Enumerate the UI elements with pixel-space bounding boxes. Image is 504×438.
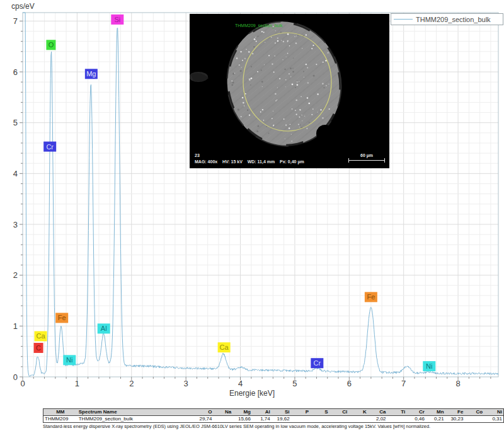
eds-report: cps/eV 01234567801234567CCaOCrFeNiMgAlSi… bbox=[0, 0, 504, 438]
table-cell: THMM209_section_bulk bbox=[77, 416, 194, 423]
peak-label-cr: Cr bbox=[311, 358, 323, 368]
svg-text:Cr: Cr bbox=[46, 143, 54, 151]
table-cell bbox=[464, 416, 484, 423]
table-cell bbox=[310, 416, 329, 423]
peak-label-fe: Fe bbox=[365, 292, 377, 302]
x-tick-label: 1 bbox=[75, 379, 79, 388]
col-header-mm: MM bbox=[43, 409, 77, 416]
table-cell bbox=[214, 416, 233, 423]
peak-label-al: Al bbox=[98, 323, 110, 333]
sem-frame-number: 23 bbox=[195, 153, 200, 158]
sem-scale-bar: 60 µm bbox=[348, 153, 385, 162]
y-tick-label: 3 bbox=[13, 220, 18, 229]
svg-text:Cr: Cr bbox=[314, 359, 321, 367]
peak-label-mg: Mg bbox=[85, 69, 98, 79]
svg-text:Mg: Mg bbox=[86, 70, 96, 78]
table-cell: 1,74 bbox=[252, 416, 272, 423]
col-header-al: Al bbox=[252, 409, 272, 416]
table-cell: 0,21 bbox=[426, 416, 445, 423]
svg-text:Al: Al bbox=[101, 325, 107, 332]
svg-text:Fe: Fe bbox=[58, 314, 66, 321]
y-tick-label: 5 bbox=[13, 118, 18, 127]
sem-particle-image bbox=[190, 14, 389, 168]
table-cell bbox=[348, 416, 368, 423]
sem-scale-label: 60 µm bbox=[348, 153, 385, 158]
y-tick-label: 4 bbox=[13, 169, 18, 178]
results-table-header: MMSpectrum NameONaMgAlSiPSClKCaTiCrMnFeC… bbox=[43, 409, 504, 416]
peak-label-c: C bbox=[34, 343, 43, 353]
x-tick-label: 4 bbox=[238, 379, 243, 388]
y-tick-label: 1 bbox=[13, 321, 18, 331]
x-tick-label: 0 bbox=[20, 379, 25, 388]
peak-label-ca: Ca bbox=[35, 331, 47, 341]
legend-line-swatch bbox=[394, 19, 413, 20]
sem-area-label: THMM209_section_bulk bbox=[235, 23, 282, 28]
col-header-fe: Fe bbox=[445, 409, 465, 416]
results-table: MMSpectrum NameONaMgAlSiPSClKCaTiCrMnFeC… bbox=[43, 408, 504, 423]
peak-label-si: Si bbox=[111, 14, 123, 25]
col-header-ca: Ca bbox=[368, 409, 387, 416]
sem-inset-image: THMM209_section_bulk 23 MAG: 400x HV: 15… bbox=[190, 14, 389, 168]
table-cell: 19,62 bbox=[272, 416, 291, 423]
x-tick-label: 7 bbox=[401, 379, 406, 388]
table-cell: THMM209 bbox=[43, 416, 77, 423]
col-header-spectrum-name: Spectrum Name bbox=[77, 409, 194, 416]
y-tick-label: 6 bbox=[13, 67, 18, 77]
svg-text:Ni: Ni bbox=[66, 356, 72, 364]
table-cell: 0,46 bbox=[406, 416, 426, 423]
y-tick-label: 7 bbox=[13, 16, 18, 26]
col-header-ti: Ti bbox=[387, 409, 407, 416]
table-cell: 15,66 bbox=[232, 416, 252, 423]
table-cell: 30,23 bbox=[445, 416, 465, 423]
peak-label-o: O bbox=[46, 40, 55, 50]
col-header-mg: Mg bbox=[232, 409, 252, 416]
svg-text:O: O bbox=[49, 41, 54, 49]
sem-scale-line bbox=[348, 160, 385, 161]
col-header-ni: Ni bbox=[484, 409, 503, 416]
svg-text:Ca: Ca bbox=[220, 343, 229, 351]
col-header-mn: Mn bbox=[426, 409, 445, 416]
peak-label-fe: Fe bbox=[55, 313, 68, 323]
peak-label-ni: Ni bbox=[423, 361, 435, 371]
peak-label-cr: Cr bbox=[43, 142, 56, 152]
table-cell bbox=[329, 416, 349, 423]
legend: THMM209_section_bulk bbox=[391, 13, 503, 25]
svg-text:C: C bbox=[36, 344, 41, 352]
sem-scale-tick-left bbox=[348, 158, 349, 163]
col-header-k: K bbox=[348, 409, 368, 416]
sem-metadata: MAG: 400x HV: 15 kV WD: 11,4 mm Px: 0,40… bbox=[195, 159, 304, 164]
x-tick-label: 5 bbox=[292, 379, 297, 388]
svg-text:Si: Si bbox=[114, 16, 120, 23]
col-header-cl: Cl bbox=[329, 409, 349, 416]
y-tick-label: 0 bbox=[13, 372, 18, 382]
svg-text:Fe: Fe bbox=[367, 293, 375, 301]
col-header-cr: Cr bbox=[406, 409, 426, 416]
col-header-na: Na bbox=[214, 409, 233, 416]
col-header-co: Co bbox=[464, 409, 484, 416]
sem-scale-tick-right bbox=[384, 158, 385, 163]
table-cell: 29,74 bbox=[194, 416, 214, 423]
col-header-o: O bbox=[194, 409, 214, 416]
peak-label-ca: Ca bbox=[218, 342, 231, 352]
x-axis-title: Energie [keV] bbox=[0, 389, 504, 398]
col-header-si: Si bbox=[272, 409, 291, 416]
legend-label: THMM209_section_bulk bbox=[416, 16, 491, 23]
footnote: Standard-less energy dispersive X-ray sp… bbox=[43, 424, 471, 429]
table-cell bbox=[291, 416, 311, 423]
col-header-p: P bbox=[291, 409, 311, 416]
table-cell: 2,02 bbox=[368, 416, 387, 423]
x-tick-label: 6 bbox=[347, 379, 352, 388]
svg-text:Ni: Ni bbox=[426, 362, 432, 370]
svg-text:Ca: Ca bbox=[36, 332, 45, 340]
table-cell bbox=[387, 416, 407, 423]
x-tick-label: 3 bbox=[184, 379, 188, 388]
y-tick-label: 2 bbox=[13, 270, 18, 280]
table-cell: 0,31 bbox=[484, 416, 503, 423]
col-header-s: S bbox=[310, 409, 329, 416]
x-tick-label: 8 bbox=[455, 379, 460, 388]
sem-notch bbox=[316, 125, 334, 142]
peak-label-ni: Ni bbox=[63, 355, 76, 365]
x-tick-label: 2 bbox=[129, 379, 134, 388]
table-row: THMM209THMM209_section_bulk29,7415,661,7… bbox=[43, 416, 504, 423]
